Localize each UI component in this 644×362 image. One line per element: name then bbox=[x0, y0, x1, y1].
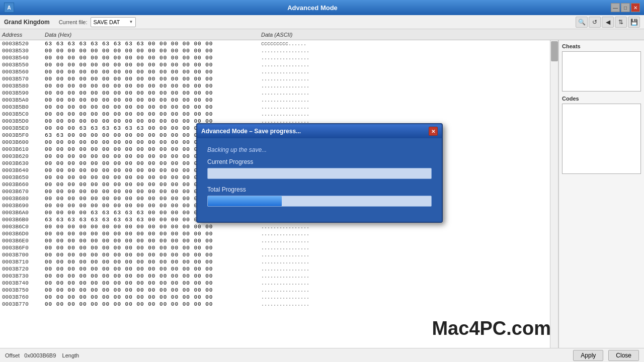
table-row[interactable]: 0003B760 00 00 00 00 00 00 00 00 00 00 0… bbox=[0, 294, 550, 301]
row-hex: 00 00 00 00 00 00 00 00 00 00 00 00 00 0… bbox=[45, 76, 261, 82]
row-address: 0003B5A0 bbox=[2, 97, 45, 103]
sort-icon-btn[interactable]: ⇅ bbox=[615, 17, 627, 28]
status-offset: Offset 0x0003B6B9 Length bbox=[5, 352, 568, 358]
row-address: 0003B5E0 bbox=[2, 125, 45, 131]
table-row[interactable]: 0003B720 00 00 00 00 00 00 00 00 00 00 0… bbox=[0, 265, 550, 273]
row-address: 0003B770 bbox=[2, 301, 45, 307]
scrollbar-thumb[interactable] bbox=[551, 41, 558, 61]
row-ascii: ................ bbox=[261, 231, 309, 237]
row-address: 0003B710 bbox=[2, 259, 45, 265]
row-hex: 00 00 00 00 00 00 00 00 00 00 00 00 00 0… bbox=[45, 252, 261, 258]
file-section: Current file: SAVE DAT ▼ bbox=[59, 17, 136, 27]
row-hex: 00 00 00 00 00 00 00 00 00 00 00 00 00 0… bbox=[45, 48, 261, 54]
table-row[interactable]: 0003B550 00 00 00 00 00 00 00 00 00 00 0… bbox=[0, 61, 550, 68]
total-progress-bar bbox=[207, 196, 432, 207]
right-panel: Cheats Codes bbox=[558, 40, 644, 348]
row-hex: 00 00 00 00 00 00 00 00 00 00 00 00 00 0… bbox=[45, 238, 261, 244]
row-address: 0003B700 bbox=[2, 252, 45, 258]
row-address: 0003B570 bbox=[2, 76, 45, 82]
row-address: 0003B740 bbox=[2, 280, 45, 286]
col-address-header: Address bbox=[2, 32, 45, 38]
row-address: 0003B5D0 bbox=[2, 118, 45, 124]
row-ascii: ................ bbox=[261, 288, 309, 293]
row-address: 0003B6D0 bbox=[2, 231, 45, 237]
modal-titlebar: Advanced Mode – Save progress... ✕ bbox=[197, 124, 442, 138]
save-progress-modal[interactable]: Advanced Mode – Save progress... ✕ Backi… bbox=[196, 123, 443, 223]
row-hex: 00 00 00 00 00 00 00 00 00 00 00 00 00 0… bbox=[45, 280, 261, 286]
col-hex-header: Data (Hex) bbox=[45, 32, 261, 38]
row-address: 0003B540 bbox=[2, 55, 45, 61]
column-headers: Address Data (Hex) Data (ASCII) bbox=[0, 29, 644, 40]
apply-button[interactable]: Apply bbox=[573, 350, 603, 361]
row-hex: 00 00 00 00 00 00 00 00 00 00 00 00 00 0… bbox=[45, 111, 261, 117]
row-ascii: ................ bbox=[261, 62, 309, 68]
cheats-section: Cheats bbox=[562, 43, 641, 92]
minimize-button[interactable]: — bbox=[611, 3, 620, 12]
table-row[interactable]: 0003B5C0 00 00 00 00 00 00 00 00 00 00 0… bbox=[0, 111, 550, 118]
row-ascii: ................ bbox=[261, 98, 309, 103]
refresh-icon-btn[interactable]: ↺ bbox=[589, 17, 601, 28]
row-address: 0003B680 bbox=[2, 196, 45, 202]
row-address: 0003B560 bbox=[2, 69, 45, 75]
row-address: 0003B750 bbox=[2, 287, 45, 293]
row-address: 0003B6A0 bbox=[2, 210, 45, 216]
table-row[interactable]: 0003B570 00 00 00 00 00 00 00 00 00 00 0… bbox=[0, 75, 550, 82]
total-progress-fill bbox=[208, 196, 282, 206]
table-row[interactable]: 0003B750 00 00 00 00 00 00 00 00 00 00 0… bbox=[0, 287, 550, 294]
close-button[interactable]: Close bbox=[608, 350, 639, 361]
row-hex: 00 00 00 00 00 00 00 00 00 00 00 00 00 0… bbox=[45, 301, 261, 307]
status-bar: Offset 0x0003B6B9 Length Apply Close bbox=[0, 348, 644, 362]
row-address: 0003B530 bbox=[2, 48, 45, 54]
row-ascii: ................ bbox=[261, 295, 309, 300]
row-ascii: ................ bbox=[261, 76, 309, 82]
table-row[interactable]: 0003B520 63 63 63 63 63 63 63 63 63 00 0… bbox=[0, 40, 550, 47]
modal-close-button[interactable]: ✕ bbox=[429, 127, 438, 136]
close-button[interactable]: ✕ bbox=[631, 3, 640, 12]
row-address: 0003B610 bbox=[2, 146, 45, 152]
row-hex: 00 00 00 00 00 00 00 00 00 00 00 00 00 0… bbox=[45, 245, 261, 251]
row-address: 0003B670 bbox=[2, 189, 45, 195]
total-progress-label: Total Progress bbox=[207, 186, 432, 193]
file-dropdown[interactable]: SAVE DAT ▼ bbox=[91, 17, 136, 27]
back-icon-btn[interactable]: ◀ bbox=[602, 17, 614, 28]
row-hex: 00 00 00 00 00 00 00 00 00 00 00 00 00 0… bbox=[45, 97, 261, 103]
search-icon-btn[interactable]: 🔍 bbox=[576, 17, 588, 28]
col-ascii-header: Data (ASCII) bbox=[261, 32, 332, 38]
table-row[interactable]: 0003B700 00 00 00 00 00 00 00 00 00 00 0… bbox=[0, 251, 550, 258]
cheats-box bbox=[562, 51, 641, 92]
row-address: 0003B630 bbox=[2, 160, 45, 166]
table-row[interactable]: 0003B580 00 00 00 00 00 00 00 00 00 00 0… bbox=[0, 82, 550, 89]
row-ascii: ................ bbox=[261, 266, 309, 272]
row-hex: 00 00 00 00 00 00 00 00 00 00 00 00 00 0… bbox=[45, 62, 261, 68]
row-hex: 00 00 00 00 00 00 00 00 00 00 00 00 00 0… bbox=[45, 224, 261, 230]
maximize-button[interactable]: □ bbox=[621, 3, 630, 12]
table-row[interactable]: 0003B6E0 00 00 00 00 00 00 00 00 00 00 0… bbox=[0, 237, 550, 244]
save-icon-btn[interactable]: 💾 bbox=[628, 17, 640, 28]
table-row[interactable]: 0003B5B0 00 00 00 00 00 00 00 00 00 00 0… bbox=[0, 104, 550, 111]
table-row[interactable]: 0003B710 00 00 00 00 00 00 00 00 00 00 0… bbox=[0, 258, 550, 265]
chevron-down-icon: ▼ bbox=[129, 20, 133, 24]
row-hex: 00 00 00 00 00 00 00 00 00 00 00 00 00 0… bbox=[45, 287, 261, 293]
window-title: Advanced Mode bbox=[14, 4, 611, 12]
table-row[interactable]: 0003B730 00 00 00 00 00 00 00 00 00 00 0… bbox=[0, 273, 550, 280]
table-row[interactable]: 0003B560 00 00 00 00 00 00 00 00 00 00 0… bbox=[0, 68, 550, 75]
table-row[interactable]: 0003B6C0 00 00 00 00 00 00 00 00 00 00 0… bbox=[0, 223, 550, 230]
table-row[interactable]: 0003B770 00 00 00 00 00 00 00 00 00 00 0… bbox=[0, 301, 550, 308]
row-address: 0003B6B0 bbox=[2, 217, 45, 223]
row-hex: 00 00 00 00 00 00 00 00 00 00 00 00 00 0… bbox=[45, 69, 261, 75]
row-ascii: ................ bbox=[261, 105, 309, 110]
scrollbar[interactable] bbox=[550, 40, 558, 348]
row-hex: 00 00 00 00 00 00 00 00 00 00 00 00 00 0… bbox=[45, 90, 261, 96]
table-row[interactable]: 0003B6D0 00 00 00 00 00 00 00 00 00 00 0… bbox=[0, 230, 550, 237]
table-row[interactable]: 0003B530 00 00 00 00 00 00 00 00 00 00 0… bbox=[0, 47, 550, 54]
table-row[interactable]: 0003B740 00 00 00 00 00 00 00 00 00 00 0… bbox=[0, 280, 550, 287]
row-address: 0003B6C0 bbox=[2, 224, 45, 230]
app-title: Grand Kingdom bbox=[4, 19, 50, 26]
table-row[interactable]: 0003B540 00 00 00 00 00 00 00 00 00 00 0… bbox=[0, 54, 550, 61]
table-row[interactable]: 0003B590 00 00 00 00 00 00 00 00 00 00 0… bbox=[0, 89, 550, 97]
table-row[interactable]: 0003B6F0 00 00 00 00 00 00 00 00 00 00 0… bbox=[0, 244, 550, 251]
row-ascii: ................ bbox=[261, 252, 309, 258]
row-ascii: ................ bbox=[261, 281, 309, 286]
table-row[interactable]: 0003B5A0 00 00 00 00 00 00 00 00 00 00 0… bbox=[0, 97, 550, 104]
row-hex: 00 00 00 00 00 00 00 00 00 00 00 00 00 0… bbox=[45, 266, 261, 272]
